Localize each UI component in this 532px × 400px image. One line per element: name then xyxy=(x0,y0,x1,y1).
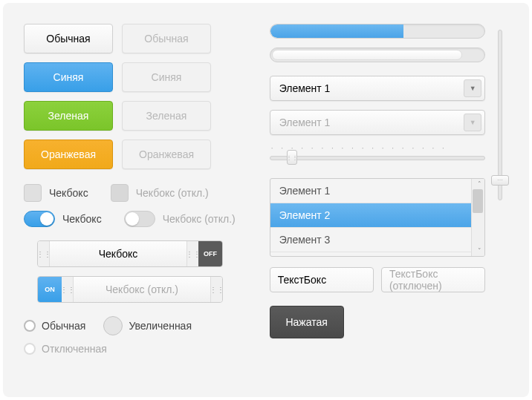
ui-kit-panel: Обычная Обычная Синяя Синяя Зеленая Зеле… xyxy=(3,3,529,397)
scroll-up-icon[interactable]: ˄ xyxy=(478,180,481,188)
radio-large[interactable] xyxy=(103,316,123,335)
toggle-disabled-label: Чекбокс (откл.) xyxy=(163,213,236,225)
radio-disabled xyxy=(24,343,36,355)
list-item[interactable]: Элемент 3 xyxy=(270,228,485,252)
empty-pill-bar xyxy=(270,47,486,62)
radio-normal-label: Обычная xyxy=(42,320,85,332)
left-column: Обычная Обычная Синяя Синяя Зеленая Зеле… xyxy=(24,24,240,382)
checkbox-disabled xyxy=(111,184,129,202)
button-blue-disabled: Синяя xyxy=(122,62,211,92)
pill-inner xyxy=(272,50,462,60)
select-disabled-value: Элемент 1 xyxy=(279,117,331,128)
button-orange-disabled: Оранжевая xyxy=(122,140,211,169)
chevron-down-icon[interactable]: ▼ xyxy=(464,79,481,97)
select-value: Элемент 1 xyxy=(279,82,331,94)
vertical-slider[interactable]: ⋯ xyxy=(490,30,510,200)
radio-disabled-label: Отключенная xyxy=(42,343,107,355)
grip-icon: ⋮⋮ xyxy=(210,277,222,302)
toggle-label: Чекбокс xyxy=(62,213,102,225)
text-input-disabled: ТекстБокс (отключен) xyxy=(381,267,485,292)
button-default-disabled: Обычная xyxy=(122,24,211,53)
button-green-disabled: Зеленая xyxy=(122,101,211,131)
grip-icon: ⋮⋮ xyxy=(62,277,74,302)
button-green[interactable]: Зеленая xyxy=(24,101,113,131)
scrollbar-thumb[interactable] xyxy=(473,189,483,213)
checkbox-disabled-label: Чекбокс (откл.) xyxy=(136,187,209,199)
vslider-thumb[interactable]: ⋯ xyxy=(491,175,509,186)
large-toggle-label: Чекбокс xyxy=(50,241,186,266)
slider-thumb[interactable]: ⋮⋮ xyxy=(287,150,297,165)
slider-ticks: · · · · · · · · · · · · · · · · · · xyxy=(270,144,486,152)
button-pressed[interactable]: Нажатая xyxy=(270,306,344,338)
select-dropdown-disabled: Элемент 1 ▼ xyxy=(270,110,486,135)
toggle-switch-disabled xyxy=(124,211,155,227)
far-right-column: ⋯ xyxy=(485,24,514,382)
progress-bar xyxy=(270,24,486,39)
toggle-switch-on[interactable] xyxy=(24,211,55,227)
list-item[interactable]: Элемент 1 xyxy=(270,179,485,203)
slider-track xyxy=(270,156,486,160)
listbox[interactable]: Элемент 1 Элемент 2 Элемент 3 ˄ ˅ xyxy=(270,178,486,257)
large-toggle-off[interactable]: ⋮⋮ Чекбокс ⋮⋮ OFF xyxy=(37,240,223,267)
toggle-off-cap: OFF xyxy=(198,241,222,266)
large-toggle-disabled-label: Чекбокс (откл.) xyxy=(74,277,210,302)
scroll-down-icon[interactable]: ˅ xyxy=(478,247,481,255)
list-item-selected[interactable]: Элемент 2 xyxy=(270,203,485,228)
progress-fill xyxy=(270,24,403,38)
button-blue[interactable]: Синяя xyxy=(24,62,113,92)
select-dropdown[interactable]: Элемент 1 ▼ xyxy=(270,76,486,101)
checkbox[interactable] xyxy=(24,184,42,202)
button-orange[interactable]: Оранжевая xyxy=(24,140,113,169)
toggle-on-cap: ON xyxy=(38,277,62,302)
right-column: Элемент 1 ▼ Элемент 1 ▼ · · · · · · · · … xyxy=(270,24,486,382)
radio-large-label: Увеличенная xyxy=(129,320,192,332)
checkbox-label: Чекбокс xyxy=(49,187,88,199)
grip-icon: ⋮⋮ xyxy=(186,241,198,266)
text-input[interactable]: ТекстБокс xyxy=(270,267,374,292)
radio-normal[interactable] xyxy=(24,320,36,332)
listbox-scrollbar[interactable]: ˄ ˅ xyxy=(471,179,484,256)
chevron-down-icon: ▼ xyxy=(464,114,481,131)
horizontal-slider[interactable]: · · · · · · · · · · · · · · · · · · ⋮⋮ xyxy=(270,144,486,165)
button-default[interactable]: Обычная xyxy=(24,24,113,53)
large-toggle-on-disabled: ON ⋮⋮ Чекбокс (откл.) ⋮⋮ xyxy=(37,276,223,303)
grip-icon: ⋮⋮ xyxy=(38,241,50,266)
